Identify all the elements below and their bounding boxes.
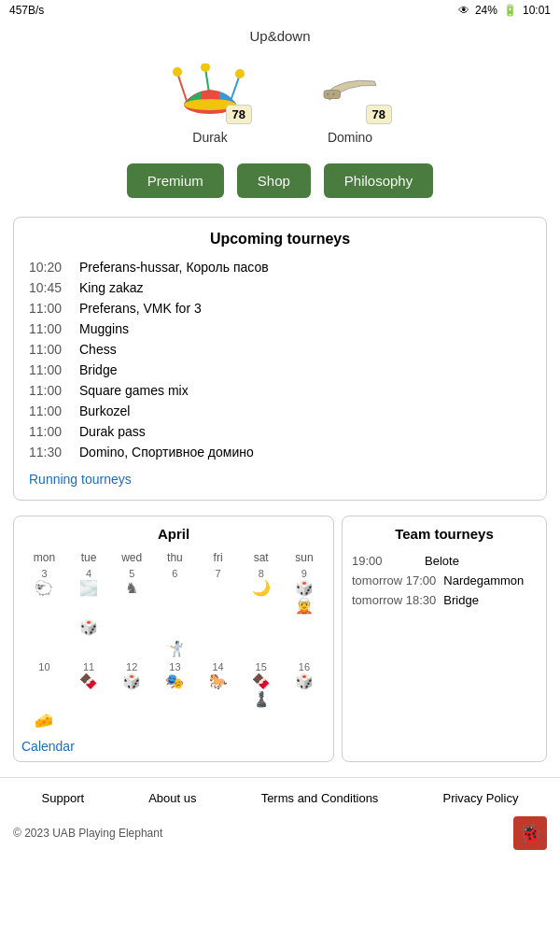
network-speed: 457B/s bbox=[9, 4, 44, 17]
calendar-link[interactable]: Calendar bbox=[21, 739, 326, 754]
calendar-cell: 15🍫♟️ bbox=[240, 659, 283, 710]
upcoming-tourneys-title: Upcoming tourneys bbox=[29, 231, 531, 248]
calendar-cell: 🎲 bbox=[67, 616, 110, 638]
app-header: Up&down bbox=[0, 21, 560, 59]
copyright-text: © 2023 UAB Playing Elephant bbox=[13, 827, 162, 840]
calendar-event-icon: 🎲 bbox=[68, 618, 109, 636]
calendar-event-icon: 🎭 bbox=[154, 672, 195, 690]
calendar-day-number: 9 bbox=[284, 568, 325, 579]
calendar-weekday: sat bbox=[240, 549, 283, 566]
calendar-event-icon: 🌫️ bbox=[68, 579, 109, 597]
battery-level: 24% bbox=[475, 4, 497, 17]
team-name: Bridge bbox=[443, 593, 479, 607]
tourney-name: Chess bbox=[79, 342, 117, 357]
team-time: 19:00 bbox=[352, 554, 417, 568]
tourney-name: Muggins bbox=[79, 321, 129, 336]
calendar-day-number: 16 bbox=[284, 661, 325, 672]
calendar-weekday: wed bbox=[110, 549, 153, 566]
calendar-weekday: tue bbox=[67, 549, 110, 566]
calendar-header-row: montuewedthufrisatsun bbox=[21, 549, 326, 566]
calendar-weekday: thu bbox=[153, 549, 196, 566]
privacy-link[interactable]: Privacy Policy bbox=[442, 791, 518, 805]
calendar-cell bbox=[283, 616, 326, 638]
calendar-day-number: 5 bbox=[111, 568, 152, 579]
team-tourney-row[interactable]: 19:00Belote bbox=[352, 551, 537, 571]
calendar-day-number: 6 bbox=[154, 568, 195, 579]
terms-link[interactable]: Terms and Conditions bbox=[261, 791, 379, 805]
game-domino[interactable]: 78 Domino bbox=[308, 59, 392, 145]
calendar-day-number: 13 bbox=[154, 661, 195, 672]
svg-point-3 bbox=[201, 64, 210, 72]
calendar-day-number: 3 bbox=[22, 568, 66, 579]
about-us-link[interactable]: About us bbox=[148, 791, 196, 805]
eye-icon: 👁 bbox=[458, 4, 469, 17]
svg-point-5 bbox=[235, 69, 245, 78]
calendar-weekday: mon bbox=[21, 549, 67, 566]
calendar-weekday: fri bbox=[196, 549, 239, 566]
team-list: 19:00Belotetomorrow 17:00Nardegammontomo… bbox=[352, 551, 537, 610]
premium-button[interactable]: Premium bbox=[127, 163, 224, 198]
tourney-row[interactable]: 11:30Domino, Спортивное домино bbox=[29, 442, 531, 462]
tourney-row[interactable]: 11:00Bridge bbox=[29, 360, 531, 380]
tourney-name: Domino, Спортивное домино bbox=[79, 445, 254, 460]
calendar-body: 3🐑4🌫️5♞678🌙9🎲🧝🎲🤺1011🍫12🎲13🎭14🐎15🍫♟️16🎲🧀 bbox=[21, 566, 326, 731]
clock: 10:01 bbox=[523, 4, 551, 17]
tourney-time: 11:00 bbox=[29, 342, 66, 357]
game-durak[interactable]: 78 Durak bbox=[168, 59, 252, 145]
calendar-cell bbox=[67, 638, 110, 659]
calendar-event-icon: 🐑 bbox=[22, 579, 66, 597]
calendar-cell bbox=[21, 638, 67, 659]
philosophy-button[interactable]: Philosophy bbox=[324, 163, 433, 198]
team-tourneys-title: Team tourneys bbox=[352, 526, 537, 542]
calendar-week-row: 🧀 bbox=[21, 710, 326, 731]
tourney-row[interactable]: 10:45King zakaz bbox=[29, 277, 531, 298]
tourney-row[interactable]: 11:00Muggins bbox=[29, 318, 531, 339]
calendar-event-icon: 🎲 bbox=[111, 672, 152, 690]
calendar-cell bbox=[153, 616, 196, 638]
bug-icon[interactable]: 🐞 bbox=[513, 816, 547, 850]
support-link[interactable]: Support bbox=[42, 791, 85, 805]
calendar-cell: 6 bbox=[153, 566, 196, 616]
durak-badge: 78 bbox=[226, 105, 252, 124]
tourney-row[interactable]: 11:00Durak pass bbox=[29, 421, 531, 442]
calendar-panel: April montuewedthufrisatsun 3🐑4🌫️5♞678🌙9… bbox=[13, 516, 334, 762]
tourney-row[interactable]: 11:00Square games mix bbox=[29, 380, 531, 401]
running-tourneys-link[interactable]: Running tourneys bbox=[29, 472, 531, 487]
calendar-week-row: 3🐑4🌫️5♞678🌙9🎲🧝 bbox=[21, 566, 326, 616]
upcoming-tourneys-box: Upcoming tourneys 10:20Preferans-hussar,… bbox=[13, 217, 547, 501]
svg-point-10 bbox=[332, 93, 335, 96]
calendar-cell: 13🎭 bbox=[153, 659, 196, 710]
tourney-time: 11:00 bbox=[29, 362, 66, 377]
calendar-cell: 🧀 bbox=[21, 710, 67, 731]
team-tourney-row[interactable]: tomorrow 17:00Nardegammon bbox=[352, 571, 537, 590]
calendar-day-number: 12 bbox=[111, 661, 152, 672]
tourney-row[interactable]: 11:00Chess bbox=[29, 339, 531, 360]
team-tourney-row[interactable]: tomorrow 18:30Bridge bbox=[352, 590, 537, 610]
tourney-row[interactable]: 11:00Preferans, VMK for 3 bbox=[29, 298, 531, 318]
tourney-time: 11:00 bbox=[29, 321, 66, 336]
calendar-cell: 16🎲 bbox=[283, 659, 326, 710]
tourney-row[interactable]: 10:20Preferans-hussar, Король пасов bbox=[29, 257, 531, 277]
durak-icon-wrap: 78 bbox=[168, 59, 252, 124]
action-buttons: Premium Shop Philosophy bbox=[0, 160, 560, 217]
shop-button[interactable]: Shop bbox=[237, 163, 311, 198]
team-time: tomorrow 18:30 bbox=[352, 593, 436, 607]
svg-point-9 bbox=[327, 93, 329, 96]
calendar-event-icon: 🎲 bbox=[284, 672, 325, 690]
calendar-cell bbox=[21, 616, 67, 638]
battery-icon: 🔋 bbox=[503, 4, 517, 17]
calendar-week-row: 1011🍫12🎲13🎭14🐎15🍫♟️16🎲 bbox=[21, 659, 326, 710]
bottom-panels: April montuewedthufrisatsun 3🐑4🌫️5♞678🌙9… bbox=[13, 516, 547, 762]
tourney-name: Preferans-hussar, Король пасов bbox=[79, 260, 269, 275]
calendar-day-number: 8 bbox=[241, 568, 282, 579]
domino-icon-wrap: 78 bbox=[308, 59, 392, 124]
tourney-row[interactable]: 11:00Burkozel bbox=[29, 401, 531, 421]
calendar-cell: 14🐎 bbox=[196, 659, 239, 710]
calendar-day-number: 7 bbox=[197, 568, 238, 579]
tourney-time: 10:45 bbox=[29, 280, 66, 295]
calendar-cell bbox=[110, 638, 153, 659]
calendar-cell: 5♞ bbox=[110, 566, 153, 616]
footer-copyright: © 2023 UAB Playing Elephant 🐞 bbox=[0, 813, 560, 859]
calendar-week-row: 🤺 bbox=[21, 638, 326, 659]
svg-point-1 bbox=[173, 67, 182, 77]
